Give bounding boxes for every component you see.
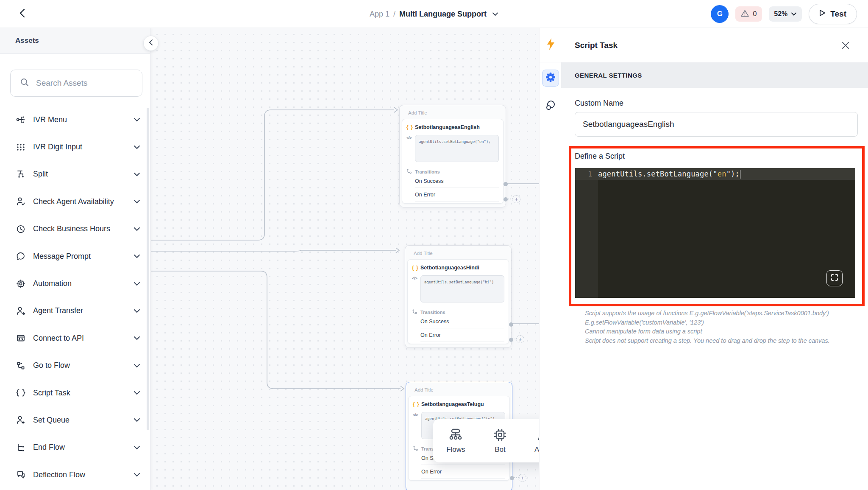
on-success-row[interactable]: On Success	[415, 174, 499, 188]
chevron-left-icon	[149, 39, 153, 48]
on-error-port[interactable]	[504, 197, 508, 202]
on-success-port[interactable]	[504, 182, 508, 186]
api-window-icon	[15, 333, 26, 343]
sidebar-item-ivr-menu[interactable]: IVR Menu	[0, 106, 150, 133]
warning-triangle-icon	[741, 10, 749, 19]
fullscreen-button[interactable]	[826, 270, 843, 286]
sidebar-item-label: IVR Digit Input	[33, 143, 134, 151]
sidebar-item-ivr-digit-input[interactable]: IVR Digit Input	[0, 133, 150, 160]
chevron-down-icon[interactable]	[134, 473, 140, 477]
avatar[interactable]: G	[711, 5, 729, 23]
chevron-down-icon[interactable]	[134, 227, 140, 231]
settings-tab-button[interactable]	[542, 70, 559, 87]
sidebar-item-label: Check Business Hours	[33, 224, 134, 233]
close-icon[interactable]	[840, 40, 851, 51]
sidebar-item-label: Connect to API	[33, 334, 134, 343]
script-code-editor[interactable]: 1 agentUtils.setBotLanguage("en");	[575, 168, 855, 298]
node-title-placeholder[interactable]: Add Title	[407, 248, 509, 259]
chevron-down-icon[interactable]	[134, 145, 140, 149]
code-icon: </>	[413, 411, 421, 417]
warnings-badge[interactable]: 0	[735, 6, 762, 22]
transitions-icon	[406, 169, 415, 174]
sidebar-item-end-flow[interactable]: End Flow	[0, 434, 150, 461]
toolbar-bot-button[interactable]: Bot	[484, 428, 517, 454]
sidebar-item-connect-to-api[interactable]: Connect to API	[0, 325, 150, 352]
sidebar-item-split[interactable]: Split	[0, 161, 150, 188]
play-icon	[819, 9, 826, 19]
chat-bubble-icon	[15, 252, 26, 261]
sidebar-item-label: Deflection Flow	[33, 470, 134, 479]
chevron-down-icon[interactable]	[134, 118, 140, 122]
sidebar-item-deflection-flow[interactable]: Deflection Flow	[0, 461, 150, 488]
custom-name-label: Custom Name	[575, 99, 868, 108]
quick-actions-button[interactable]	[540, 28, 561, 62]
chevron-down-icon[interactable]	[134, 445, 140, 450]
chevron-down-icon[interactable]	[134, 364, 140, 368]
transitions-icon	[413, 446, 421, 451]
chevron-down-icon[interactable]	[134, 309, 140, 313]
chevron-down-icon[interactable]	[492, 12, 498, 16]
sidebar-item-go-to-flow[interactable]: Go to Flow	[0, 352, 150, 379]
chevron-down-icon[interactable]	[134, 282, 140, 286]
sidebar-item-label: Script Task	[33, 389, 134, 398]
editor-gutter	[575, 168, 598, 298]
sidebar-item-check-agent-availability[interactable]: Check Agent Availability	[0, 188, 150, 215]
on-success-port[interactable]	[509, 322, 513, 327]
on-error-row[interactable]: On Error	[415, 188, 499, 202]
loop-history-button[interactable]	[542, 98, 559, 115]
fullscreen-icon	[831, 274, 838, 283]
add-step-button[interactable]: +	[518, 474, 526, 482]
panel-icon-strip	[539, 28, 561, 490]
chevron-down-icon[interactable]	[134, 391, 140, 395]
sidebar-item-automation[interactable]: Automation	[0, 270, 150, 297]
sidebar-collapse-button[interactable]	[143, 36, 159, 51]
node-title-placeholder[interactable]: Add Title	[402, 108, 504, 119]
gear-icon	[545, 72, 556, 84]
search-input[interactable]	[36, 78, 134, 88]
on-error-row[interactable]: On Error	[421, 465, 505, 479]
chevron-down-icon[interactable]	[134, 254, 140, 258]
sidebar-item-agent-transfer[interactable]: Agent Transfer	[0, 297, 150, 325]
on-error-port[interactable]	[509, 338, 513, 342]
add-step-button[interactable]: +	[516, 335, 524, 343]
editor-line: 1 agentUtils.setBotLanguage("en");	[575, 168, 855, 180]
chevron-down-icon[interactable]	[134, 418, 140, 422]
sidebar-item-label: Go to Flow	[33, 361, 134, 370]
asset-search[interactable]	[10, 70, 142, 97]
script-task-panel: Script Task GENERAL SETTINGS Custom Name…	[561, 28, 868, 490]
assets-sidebar: Assets IVR Menu IVR Digit Input Split Ch…	[0, 28, 150, 490]
breadcrumb-flow-name[interactable]: Multi Language Support	[399, 10, 487, 19]
add-step-button[interactable]: +	[512, 195, 520, 203]
breadcrumb-separator: /	[393, 10, 395, 19]
sidebar-item-label: IVR Menu	[33, 115, 134, 124]
search-icon	[20, 78, 29, 89]
flow-node-english[interactable]: Add Title { } SetbotlanguageasEnglish </…	[399, 105, 506, 207]
sidebar-item-label: Split	[33, 170, 134, 179]
sidebar-scrollbar[interactable]	[147, 108, 149, 430]
on-error-row[interactable]: On Error	[420, 328, 504, 342]
chevron-down-icon[interactable]	[134, 172, 140, 176]
node-script-preview: agentUtils.setBotLanguage("hi")	[420, 275, 504, 302]
breadcrumb-app[interactable]: App 1	[370, 10, 389, 19]
node-title-placeholder[interactable]: Add Title	[408, 385, 510, 396]
flow-node-hindi[interactable]: Add Title { } SetbotlanguageasHindi </> …	[405, 245, 512, 348]
sidebar-item-check-business-hours[interactable]: Check Business Hours	[0, 216, 150, 243]
automation-chip-icon	[15, 279, 26, 288]
deflection-bubbles-icon	[15, 470, 26, 479]
person-plus-icon	[15, 415, 26, 425]
sidebar-item-label: Message Prompt	[33, 252, 134, 261]
test-button[interactable]: Test	[809, 4, 857, 24]
on-success-row[interactable]: On Success	[420, 315, 504, 328]
clock-icon	[15, 224, 26, 234]
toolbar-flows-button[interactable]: Flows	[439, 428, 473, 454]
sidebar-item-label: End Flow	[33, 443, 134, 452]
sidebar-item-script-task[interactable]: Script Task	[0, 379, 150, 406]
zoom-selector[interactable]: 52%	[769, 6, 802, 22]
custom-name-input[interactable]	[575, 112, 858, 137]
on-error-port[interactable]	[510, 476, 514, 480]
chevron-down-icon[interactable]	[134, 199, 140, 204]
sidebar-item-message-prompt[interactable]: Message Prompt	[0, 243, 150, 270]
sidebar-item-set-queue[interactable]: Set Queue	[0, 406, 150, 434]
chevron-down-icon[interactable]	[134, 336, 140, 340]
transitions-icon	[412, 309, 420, 315]
